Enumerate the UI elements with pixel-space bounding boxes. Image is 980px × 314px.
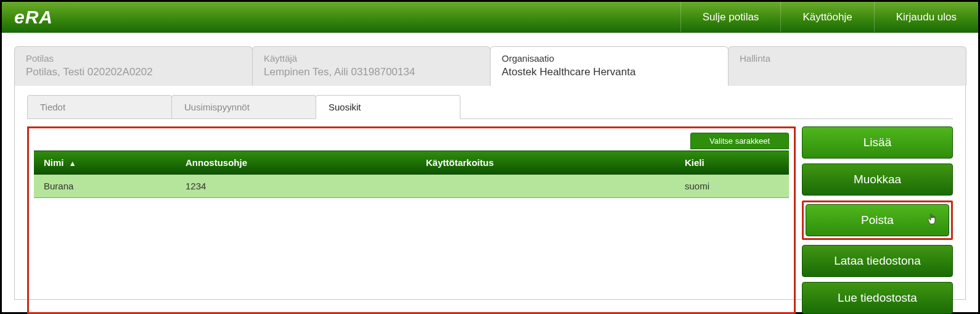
subtab-favorites[interactable]: Suosikit <box>316 95 460 119</box>
tab-user-value: Lempinen Tes, Aili 03198700134 <box>264 66 415 78</box>
col-header-name[interactable]: Nimi ▲ <box>34 151 176 175</box>
read-file-button[interactable]: Lue tiedostosta <box>802 282 953 314</box>
tab-patient-value: Potilas, Testi 020202A0202 <box>26 66 153 78</box>
subtab-renewals[interactable]: Uusimispyynnöt <box>171 95 316 119</box>
col-header-purpose[interactable]: Käyttötarkoitus <box>416 151 675 175</box>
table-row[interactable]: Burana 1234 suomi <box>34 175 789 198</box>
guide-button[interactable]: Käyttöohje <box>780 2 873 32</box>
table-zone-highlight: Valitse sarakkeet Nimi ▲ Annostusohje Kä… <box>27 126 796 314</box>
header-actions: Sulje potilas Käyttöohje Kirjaudu ulos <box>680 2 978 32</box>
brand-logo: eRA <box>14 7 53 28</box>
subtab-info[interactable]: Tiedot <box>27 95 172 119</box>
cell-lang: suomi <box>675 175 789 198</box>
edit-button[interactable]: Muokkaa <box>802 163 953 196</box>
select-columns-button[interactable]: Valitse sarakkeet <box>690 133 789 149</box>
logout-button[interactable]: Kirjaudu ulos <box>874 2 978 32</box>
tab-org-value: Atostek Healthcare Hervanta <box>502 66 635 78</box>
context-tabs: Potilas Potilas, Testi 020202A0202 Käytt… <box>14 46 966 86</box>
cell-name: Burana <box>34 175 176 198</box>
table-header-row: Nimi ▲ Annostusohje Käyttötarkoitus Kiel… <box>34 151 789 175</box>
col-header-lang[interactable]: Kieli <box>675 151 789 175</box>
cell-purpose <box>416 175 675 198</box>
close-patient-button[interactable]: Sulje potilas <box>680 2 781 32</box>
tab-organization[interactable]: Organisaatio Atostek Healthcare Hervanta <box>490 46 729 86</box>
add-button[interactable]: Lisää <box>802 126 953 159</box>
tab-patient-label: Potilas <box>26 53 241 64</box>
delete-highlight: Poista <box>802 200 953 240</box>
col-header-dosage[interactable]: Annostusohje <box>176 151 416 175</box>
tab-patient[interactable]: Potilas Potilas, Testi 020202A0202 <box>14 46 253 86</box>
sub-tabs: Tiedot Uusimispyynnöt Suosikit <box>27 95 953 119</box>
tab-user[interactable]: Käyttäjä Lempinen Tes, Aili 03198700134 <box>252 46 491 86</box>
tab-admin[interactable]: Hallinta <box>728 46 966 86</box>
tab-user-label: Käyttäjä <box>264 53 479 64</box>
cursor-hand-icon <box>928 213 937 228</box>
app-header: eRA Sulje potilas Käyttöohje Kirjaudu ul… <box>2 2 978 33</box>
tab-admin-label: Hallinta <box>740 53 955 64</box>
sort-ascending-icon: ▲ <box>69 159 76 168</box>
favorites-table: Nimi ▲ Annostusohje Käyttötarkoitus Kiel… <box>34 151 789 198</box>
content-row: Valitse sarakkeet Nimi ▲ Annostusohje Kä… <box>27 126 953 314</box>
actions-column: Lisää Muokkaa Poista Lataa tiedostona Lu… <box>802 126 953 314</box>
download-button[interactable]: Lataa tiedostona <box>802 245 953 277</box>
main-panel: Tiedot Uusimispyynnöt Suosikit Valitse s… <box>14 86 966 300</box>
tab-org-label: Organisaatio <box>502 53 717 64</box>
cell-dosage: 1234 <box>176 175 416 198</box>
delete-button[interactable]: Poista <box>806 204 949 236</box>
